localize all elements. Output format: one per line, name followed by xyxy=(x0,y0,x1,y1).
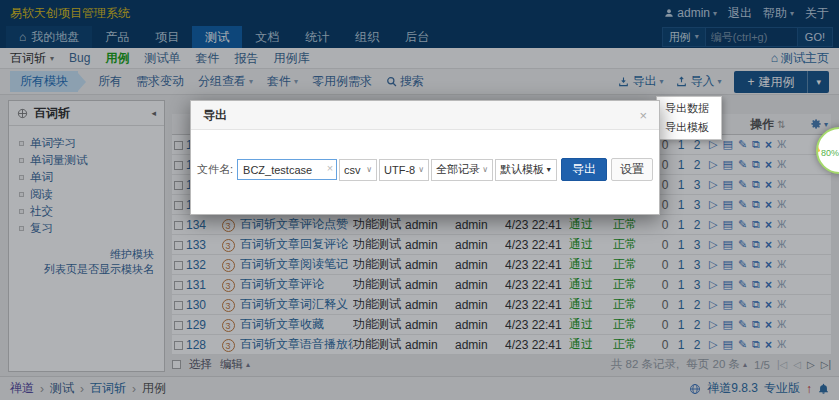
export-dropdown-menu: 导出数据 导出模板 xyxy=(656,96,722,140)
dialog-title: 导出 xyxy=(203,107,227,124)
file-format-select[interactable]: csv ∨ xyxy=(339,159,377,181)
dialog-header: 导出 × xyxy=(191,101,659,130)
export-confirm-button[interactable]: 导出 xyxy=(561,158,607,181)
widget-percent: 80% xyxy=(821,148,839,158)
menu-item[interactable]: 导出数据 xyxy=(657,99,721,118)
template-select[interactable]: 默认模板 ▼ xyxy=(495,159,557,181)
clear-icon[interactable]: × xyxy=(327,163,333,174)
record-scope-select[interactable]: 全部记录 ∨ xyxy=(431,159,493,181)
export-dialog: 导出 × 文件名: × csv ∨ UTF-8 ∨ 全部记录 ∨ 默认模板 ▼ … xyxy=(190,100,660,215)
filename-input[interactable] xyxy=(237,159,337,180)
chevron-down-icon: ∨ xyxy=(418,165,424,174)
chevron-down-icon: ∨ xyxy=(482,165,488,174)
filename-label: 文件名: xyxy=(197,162,233,177)
close-icon[interactable]: × xyxy=(639,108,647,123)
settings-button[interactable]: 设置 xyxy=(611,158,653,181)
select-arrow-icon: ▼ xyxy=(545,166,552,173)
chevron-down-icon: ∨ xyxy=(366,165,372,174)
encoding-select[interactable]: UTF-8 ∨ xyxy=(379,159,429,181)
export-form: 文件名: × csv ∨ UTF-8 ∨ 全部记录 ∨ 默认模板 ▼ 导出 设置 xyxy=(191,158,659,181)
menu-item[interactable]: 导出模板 xyxy=(657,118,721,137)
